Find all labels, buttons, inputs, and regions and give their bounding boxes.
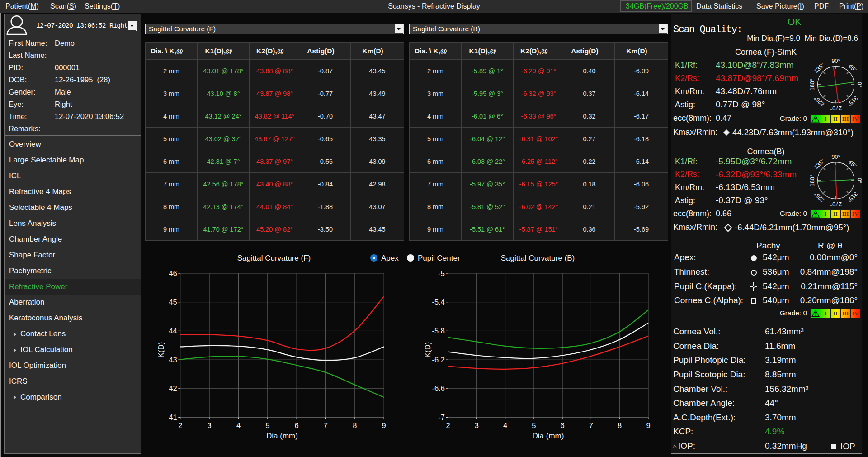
svg-text:4: 4 <box>236 421 241 429</box>
svg-text:4: 4 <box>503 421 507 429</box>
svg-text:-5: -5 <box>438 269 445 277</box>
svg-text:90°: 90° <box>832 58 840 64</box>
svg-text:270°: 270° <box>830 201 842 207</box>
svg-text:2: 2 <box>178 421 182 429</box>
svg-text:5: 5 <box>265 421 269 429</box>
svg-text:0°: 0° <box>856 82 863 87</box>
svg-text:3: 3 <box>475 421 479 429</box>
svg-text:6: 6 <box>295 421 299 429</box>
svg-text:42: 42 <box>169 384 177 392</box>
svg-text:46: 46 <box>169 269 177 277</box>
svg-text:44: 44 <box>169 327 177 335</box>
svg-text:180°: 180° <box>809 175 816 186</box>
svg-text:2: 2 <box>446 421 450 429</box>
svg-text:45: 45 <box>169 298 177 306</box>
svg-text:5: 5 <box>532 421 536 429</box>
svg-text:-6.2: -6.2 <box>432 356 445 364</box>
svg-text:180°: 180° <box>809 79 816 90</box>
svg-text:-5.4: -5.4 <box>432 298 445 306</box>
svg-text:8: 8 <box>353 421 357 429</box>
svg-text:43: 43 <box>169 356 177 364</box>
svg-text:9: 9 <box>646 421 650 429</box>
svg-text:41: 41 <box>169 413 177 421</box>
svg-text:0°: 0° <box>856 178 863 183</box>
svg-text:7: 7 <box>589 421 593 429</box>
svg-text:3: 3 <box>208 421 212 429</box>
svg-text:270°: 270° <box>830 105 842 111</box>
svg-text:7: 7 <box>324 421 328 429</box>
svg-text:9: 9 <box>382 421 386 429</box>
svg-text:-7: -7 <box>438 413 445 421</box>
svg-text:-6.6: -6.6 <box>432 384 445 392</box>
svg-text:6: 6 <box>561 421 565 429</box>
svg-text:-5.8: -5.8 <box>432 327 445 335</box>
svg-text:8: 8 <box>618 421 622 429</box>
